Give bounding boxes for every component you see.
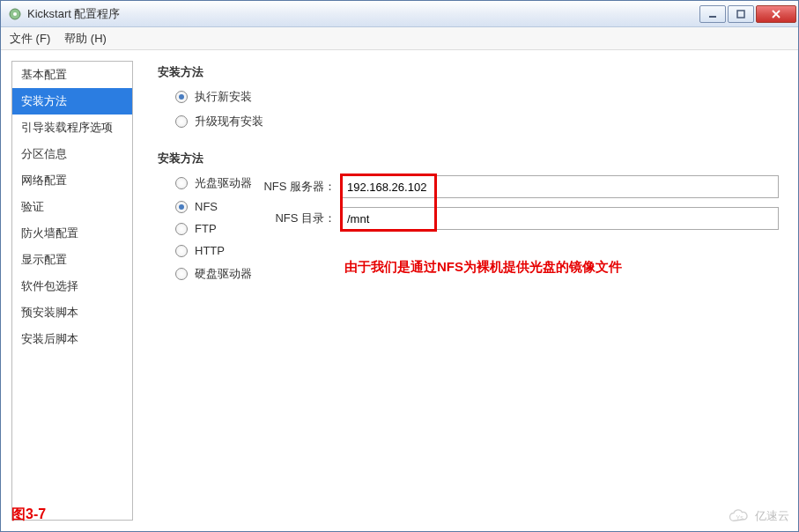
- svg-rect-3: [737, 11, 744, 18]
- nfs-server-row: NFS 服务器：: [262, 175, 779, 198]
- radio-new-install[interactable]: 执行新安装: [175, 89, 788, 105]
- app-icon: [8, 7, 22, 21]
- svg-text:Ys: Ys: [736, 514, 744, 521]
- sidebar-item-network[interactable]: 网络配置: [12, 167, 132, 194]
- radio-icon: [175, 223, 188, 235]
- radio-icon: [175, 201, 188, 213]
- sidebar-item-postinstall[interactable]: 安装后脚本: [12, 326, 132, 352]
- nfs-server-input[interactable]: [341, 175, 779, 198]
- nfs-form: NFS 服务器： NFS 目录：: [262, 175, 779, 239]
- nfs-dir-label: NFS 目录：: [262, 211, 336, 226]
- menubar: 文件 (F) 帮助 (H): [1, 27, 798, 50]
- radio-label: FTP: [195, 222, 217, 235]
- sidebar: 基本配置 安装方法 引导装载程序选项 分区信息 网络配置 验证 防火墙配置 显示…: [11, 61, 133, 521]
- minimize-button[interactable]: [699, 5, 726, 23]
- radio-icon: [175, 268, 188, 280]
- nfs-dir-input[interactable]: [341, 207, 779, 230]
- nfs-server-label: NFS 服务器：: [262, 179, 336, 195]
- sidebar-item-auth[interactable]: 验证: [12, 194, 132, 220]
- maximize-button[interactable]: [728, 5, 754, 23]
- sidebar-item-partition[interactable]: 分区信息: [12, 141, 132, 167]
- menu-file[interactable]: 文件 (F): [10, 31, 50, 47]
- content-area: 基本配置 安装方法 引导装载程序选项 分区信息 网络配置 验证 防火墙配置 显示…: [1, 50, 798, 531]
- menu-help[interactable]: 帮助 (H): [64, 31, 107, 47]
- radio-icon: [175, 115, 188, 128]
- svg-point-1: [13, 12, 17, 16]
- radio-upgrade-install[interactable]: 升级现有安装: [175, 114, 788, 129]
- radio-label: 执行新安装: [195, 89, 252, 105]
- section-title-media: 安装方法: [158, 151, 788, 166]
- window-controls: [699, 5, 796, 23]
- main-panel: 安装方法 执行新安装 升级现有安装 安装方法 光盘驱动器 NFS FTP: [147, 61, 788, 521]
- close-button[interactable]: [756, 5, 796, 23]
- annotation-text: 由于我们是通过NFS为裸机提供光盘的镜像文件: [344, 259, 622, 276]
- sidebar-item-display[interactable]: 显示配置: [12, 247, 132, 273]
- figure-label: 图3-7: [11, 506, 46, 524]
- radio-label: NFS: [195, 200, 218, 213]
- radio-icon: [175, 245, 188, 257]
- radio-label: HTTP: [195, 244, 225, 257]
- radio-icon: [175, 177, 188, 189]
- sidebar-item-firewall[interactable]: 防火墙配置: [12, 220, 132, 247]
- watermark-text: 亿速云: [755, 508, 789, 524]
- radio-http[interactable]: HTTP: [175, 244, 788, 257]
- cloud-icon: Ys: [727, 508, 751, 524]
- nfs-dir-row: NFS 目录：: [262, 207, 779, 230]
- svg-rect-2: [709, 16, 716, 18]
- titlebar: Kickstart 配置程序: [1, 1, 798, 27]
- window-title: Kickstart 配置程序: [27, 6, 699, 22]
- sidebar-item-install-method[interactable]: 安装方法: [12, 88, 132, 115]
- watermark: Ys 亿速云: [727, 508, 789, 524]
- radio-icon: [175, 91, 188, 103]
- sidebar-item-packages[interactable]: 软件包选择: [12, 273, 132, 299]
- radio-label: 光盘驱动器: [195, 175, 252, 191]
- sidebar-item-basic[interactable]: 基本配置: [12, 62, 132, 88]
- sidebar-item-preinstall[interactable]: 预安装脚本: [12, 299, 132, 326]
- radio-label: 升级现有安装: [195, 114, 263, 129]
- section-title-install-type: 安装方法: [158, 64, 788, 80]
- sidebar-item-bootloader[interactable]: 引导装载程序选项: [12, 115, 132, 141]
- radio-label: 硬盘驱动器: [195, 266, 252, 282]
- window-frame: Kickstart 配置程序 文件 (F) 帮助 (H) 基本配置 安装方法 引…: [0, 0, 799, 532]
